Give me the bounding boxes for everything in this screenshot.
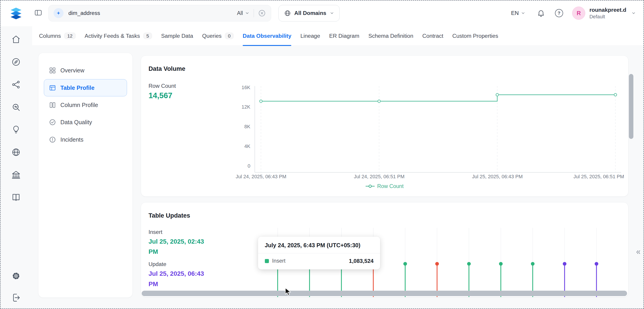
tab-label: Custom Properties	[452, 33, 498, 39]
profile-nav-label: Incidents	[60, 136, 84, 143]
topbar: All All Domains EN	[0, 0, 644, 26]
table-updates-stats: Insert Jul 25, 2025, 02:43 PM Update Jul…	[148, 229, 218, 293]
horizontal-scrollbar[interactable]	[142, 291, 627, 296]
y-axis-tick-label: 4K	[226, 143, 250, 149]
home-icon[interactable]	[11, 35, 21, 44]
vertical-scrollbar[interactable]	[629, 74, 634, 139]
logout-icon[interactable]	[11, 293, 21, 302]
observability-search-icon[interactable]	[11, 103, 21, 112]
row-count-stat: Row Count 14,567	[148, 83, 176, 100]
search-scope-dropdown[interactable]: All	[237, 10, 250, 16]
global-search-bar[interactable]: All	[48, 5, 271, 22]
share-graph-icon[interactable]	[11, 80, 21, 89]
app-logo-icon[interactable]	[9, 6, 23, 20]
search-clear-icon[interactable]	[258, 9, 266, 17]
tab-data-observability[interactable]: Data Observability	[243, 26, 291, 45]
chart-tooltip: July 24, 2025, 6:43 PM (UTC+05:30) Inser…	[258, 237, 380, 269]
profile-nav-incidents[interactable]: Incidents	[44, 131, 127, 148]
profile-nav-label: Table Profile	[60, 85, 94, 91]
legend-label: Row Count	[377, 183, 404, 189]
card-title: Table Updates	[148, 212, 190, 219]
tab-label: Queries	[202, 33, 222, 39]
search-input[interactable]	[68, 10, 233, 17]
tab-columns[interactable]: Columns 12	[39, 26, 76, 45]
tab-sample-data[interactable]: Sample Data	[161, 26, 193, 45]
chevron-down-icon	[521, 11, 525, 15]
tab-count-badge: 0	[225, 33, 234, 39]
user-team: Default	[589, 14, 626, 20]
notifications-bell-icon[interactable]	[537, 9, 545, 17]
chevron-down-icon	[245, 11, 250, 15]
tab-queries[interactable]: Queries 0	[202, 26, 234, 45]
content-area: Overview Table Profile Column Profile Da…	[32, 46, 644, 309]
entity-tabs: Columns 12 Activity Feeds & Tasks 5 Samp…	[32, 26, 644, 46]
ai-search-icon	[54, 8, 64, 18]
insert-series-swatch	[265, 259, 269, 263]
y-axis-tick-label: 8K	[226, 124, 250, 130]
tooltip-row: Insert 1,083,524	[265, 253, 374, 264]
profile-nav-overview[interactable]: Overview	[44, 62, 127, 79]
tab-label: ER Diagram	[329, 33, 360, 39]
columns-icon	[49, 101, 56, 109]
tab-schema-definition[interactable]: Schema Definition	[368, 26, 413, 45]
data-volume-card: Data Volume Row Count 14,567 16K12K8K4K0…	[141, 56, 628, 196]
domains-filter-label: All Domains	[294, 10, 326, 16]
right-panel-expand-icon[interactable]	[634, 247, 642, 257]
update-stat-value: Jul 25, 2025, 06:43 PM	[148, 268, 211, 289]
legend-line-marker-icon	[366, 184, 375, 188]
profile-nav-data-quality[interactable]: Data Quality	[44, 114, 127, 131]
language-label: EN	[511, 10, 519, 16]
settings-gear-icon[interactable]	[11, 271, 21, 281]
tab-count-badge: 5	[143, 33, 152, 39]
profile-nav-table-profile[interactable]: Table Profile	[44, 79, 127, 96]
user-menu-chevron-icon[interactable]	[631, 11, 636, 15]
chart-legend[interactable]: Row Count	[141, 183, 628, 189]
lightbulb-icon[interactable]	[11, 125, 21, 134]
stat-value: 14,567	[148, 91, 176, 100]
governance-bank-icon[interactable]	[11, 170, 21, 180]
tab-count-badge: 12	[64, 33, 76, 39]
y-axis-tick-label: 16K	[226, 85, 250, 91]
rail-top-group	[11, 35, 21, 202]
globe-icon[interactable]	[11, 147, 21, 157]
language-selector[interactable]: EN	[511, 10, 525, 16]
row-count-line-chart[interactable]: 16K12K8K4K0Jul 24, 2025, 06:43 PMJul 24,…	[141, 56, 628, 196]
tab-label: Schema Definition	[368, 33, 413, 39]
x-axis-tick-label: Jul 25, 2025, 06:51 PM	[574, 174, 624, 180]
tab-custom-properties[interactable]: Custom Properties	[452, 26, 498, 45]
profile-nav-column-profile[interactable]: Column Profile	[44, 96, 127, 114]
x-axis-tick-label: Jul 24, 2025, 06:43 PM	[236, 174, 286, 180]
tab-label: Activity Feeds & Tasks	[85, 33, 140, 39]
domains-filter-button[interactable]: All Domains	[278, 5, 340, 22]
profile-nav-label: Data Quality	[60, 119, 92, 126]
glossary-book-icon[interactable]	[11, 193, 21, 202]
left-nav-rail	[0, 26, 32, 309]
table-icon	[49, 84, 56, 92]
rail-bottom-group	[11, 271, 21, 302]
sidebar-toggle-icon[interactable]	[34, 9, 43, 18]
topbar-right-cluster: EN ? R rounakpreet.d Default	[511, 6, 636, 20]
tab-lineage[interactable]: Lineage	[300, 26, 320, 45]
tab-activity-feeds[interactable]: Activity Feeds & Tasks 5	[85, 26, 152, 45]
help-icon[interactable]: ?	[555, 9, 563, 17]
tab-contract[interactable]: Contract	[422, 26, 443, 45]
update-stat-label: Update	[148, 261, 218, 267]
check-circle-icon	[49, 119, 56, 126]
profile-sidebar: Overview Table Profile Column Profile Da…	[38, 53, 133, 298]
user-menu[interactable]: rounakpreet.d Default	[589, 6, 626, 20]
grid-icon	[49, 67, 56, 74]
globe-icon	[284, 10, 291, 17]
insert-stat-value: Jul 25, 2025, 02:43 PM	[148, 236, 211, 257]
tab-er-diagram[interactable]: ER Diagram	[329, 26, 360, 45]
profile-nav-label: Overview	[60, 67, 84, 74]
tab-label: Sample Data	[161, 33, 193, 39]
y-axis-tick-label: 0	[226, 163, 250, 169]
explore-compass-icon[interactable]	[11, 57, 21, 67]
stat-label: Row Count	[148, 83, 176, 89]
alert-circle-icon	[49, 136, 56, 143]
tab-label: Contract	[422, 33, 443, 39]
search-divider	[254, 9, 254, 17]
avatar[interactable]: R	[572, 7, 585, 20]
card-title: Data Volume	[148, 65, 185, 72]
avatar-initial: R	[577, 10, 581, 17]
